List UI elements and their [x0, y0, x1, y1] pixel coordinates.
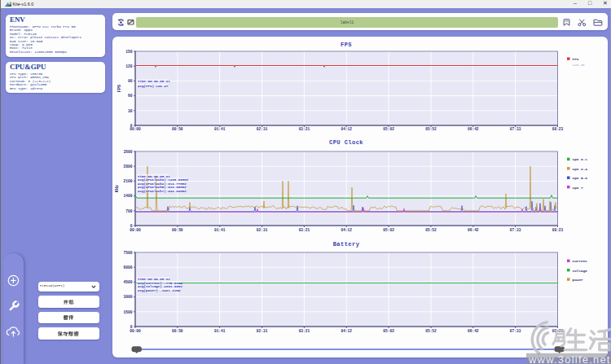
- svg-text:Time:00:00-08:21: Time:00:00-08:21: [138, 175, 170, 178]
- svg-text:voltage: voltage: [573, 269, 588, 273]
- svg-text:06:42: 06:42: [468, 127, 479, 131]
- svg-text:00:00: 00:00: [130, 228, 141, 232]
- svg-text:03:21: 03:21: [299, 329, 310, 333]
- svg-text:0: 0: [130, 224, 133, 228]
- svg-text:700: 700: [125, 209, 133, 213]
- svg-text:Avg(CPUClock2):912.77MHz: Avg(CPUClock2):912.77MHz: [138, 182, 187, 186]
- svg-text:08:23: 08:23: [552, 228, 564, 232]
- svg-text:Time:00:00-08:21: Time:00:00-08:21: [138, 278, 170, 281]
- svg-text:CPU Clock: CPU Clock: [329, 139, 363, 146]
- svg-text:01:41: 01:41: [214, 228, 226, 232]
- svg-text:03:21: 03:21: [299, 127, 310, 131]
- svg-text:KHz: KHz: [115, 185, 120, 192]
- svg-text:Avg(FPS):120.47: Avg(FPS):120.47: [138, 85, 169, 88]
- svg-text:Avg(power):-3421.31mW: Avg(power):-3421.31mW: [138, 289, 181, 292]
- svg-text:Battery: Battery: [333, 241, 360, 248]
- svg-text:05:52: 05:52: [425, 127, 437, 131]
- svg-text:00:00: 00:00: [130, 127, 141, 131]
- svg-text:05:02: 05:02: [383, 127, 394, 131]
- svg-text:90: 90: [128, 79, 133, 83]
- svg-text:04:12: 04:12: [341, 228, 352, 232]
- svg-text:www.3olife.net: www.3olife.net: [528, 353, 611, 364]
- svg-text:120: 120: [125, 64, 133, 68]
- svg-text:04:12: 04:12: [341, 329, 352, 333]
- svg-text:05:02: 05:02: [383, 329, 394, 333]
- svg-text:cpu 5-6: cpu 5-6: [573, 176, 588, 180]
- svg-text:FPS: FPS: [117, 85, 122, 92]
- svg-text:3500: 3500: [123, 150, 132, 154]
- svg-text:05:52: 05:52: [425, 228, 437, 232]
- svg-text:current: current: [573, 259, 588, 263]
- svg-text:06:42: 06:42: [468, 329, 479, 333]
- svg-text:1500: 1500: [123, 310, 132, 314]
- svg-text:FPS: FPS: [573, 57, 579, 61]
- svg-text:Avg(CPUClock7):643.02MHz: Avg(CPUClock7):643.02MHz: [138, 190, 187, 193]
- svg-text:Avg(current):-775.91mA: Avg(current):-775.91mA: [138, 282, 182, 285]
- svg-text:06:42: 06:42: [468, 228, 479, 232]
- svg-text:00:00: 00:00: [130, 329, 141, 333]
- svg-text:Avg(CPUClock5):633.00MHz: Avg(CPUClock5):633.00MHz: [138, 186, 187, 189]
- svg-text:3000: 3000: [123, 295, 132, 299]
- svg-text:01:41: 01:41: [214, 127, 226, 131]
- svg-text:1400: 1400: [123, 194, 132, 198]
- svg-text:4500: 4500: [123, 280, 132, 284]
- svg-text:00:50: 00:50: [172, 329, 183, 333]
- svg-text:power: power: [573, 278, 584, 282]
- svg-text:0: 0: [130, 325, 133, 329]
- svg-text:120.48: 120.48: [573, 64, 586, 67]
- svg-text:150: 150: [125, 50, 133, 54]
- svg-text:08:23: 08:23: [552, 127, 564, 131]
- svg-text:02:31: 02:31: [257, 329, 268, 333]
- svg-text:cpu 0-1: cpu 0-1: [573, 157, 588, 161]
- svg-text:30: 30: [128, 109, 133, 113]
- svg-text:01:41: 01:41: [214, 329, 226, 333]
- svg-text:07:33: 07:33: [510, 127, 521, 131]
- svg-text:04:12: 04:12: [341, 127, 352, 131]
- svg-text:03:21: 03:21: [299, 228, 310, 232]
- svg-text:cpu 7: cpu 7: [573, 186, 584, 190]
- svg-text:Avg(voltage):4393.00mV: Avg(voltage):4393.00mV: [138, 285, 182, 288]
- svg-text:07:33: 07:33: [510, 329, 521, 333]
- svg-text:00:50: 00:50: [172, 127, 183, 131]
- svg-text:Time:00:00-08:21: Time:00:00-08:21: [138, 80, 170, 83]
- svg-text:02:31: 02:31: [257, 127, 268, 131]
- svg-text:60: 60: [128, 94, 133, 98]
- svg-text:2100: 2100: [123, 179, 132, 183]
- svg-text:FPS: FPS: [341, 42, 352, 48]
- svg-text:00:50: 00:50: [172, 228, 183, 232]
- svg-text:Avg(CPUClock0):1296.69MHz: Avg(CPUClock0):1296.69MHz: [138, 178, 189, 182]
- svg-text:2800: 2800: [123, 164, 132, 169]
- svg-text:02:31: 02:31: [257, 228, 268, 232]
- svg-text:7500: 7500: [123, 251, 132, 255]
- svg-text:6000: 6000: [123, 265, 132, 270]
- svg-text:05:52: 05:52: [425, 329, 437, 333]
- svg-text:07:33: 07:33: [510, 228, 521, 232]
- svg-text:05:02: 05:02: [383, 228, 394, 232]
- svg-text:cpu 2-4: cpu 2-4: [573, 167, 588, 171]
